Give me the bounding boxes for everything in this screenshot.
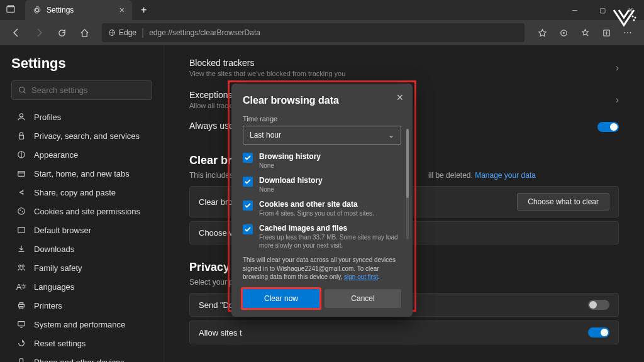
download-icon bbox=[16, 244, 26, 254]
time-range-label: Time range bbox=[243, 115, 401, 123]
sidebar-item-reset[interactable]: Reset settings bbox=[11, 334, 152, 353]
sidebar-item-family[interactable]: Family safety bbox=[11, 258, 152, 277]
checkbox-icon bbox=[243, 153, 253, 163]
sync-note: This will clear your data across all you… bbox=[243, 256, 401, 282]
search-icon bbox=[18, 86, 26, 94]
cookie-icon bbox=[16, 206, 26, 216]
appearance-icon bbox=[16, 150, 26, 160]
close-dialog-button[interactable]: ✕ bbox=[396, 92, 404, 102]
tab-overview-icon[interactable] bbox=[6, 5, 15, 16]
sidebar-item-default[interactable]: Default browser bbox=[11, 221, 152, 239]
sidebar-item-appearance[interactable]: Appearance bbox=[11, 145, 152, 164]
svg-rect-18 bbox=[19, 303, 23, 305]
svg-point-15 bbox=[19, 265, 21, 268]
address-bar[interactable]: Edge | edge://settings/clearBrowserData bbox=[102, 23, 525, 42]
forward-button[interactable] bbox=[29, 23, 49, 43]
tab-title: Settings bbox=[47, 6, 114, 14]
system-icon bbox=[16, 319, 26, 329]
browser-tab[interactable]: Settings × bbox=[25, 0, 132, 20]
close-tab-icon[interactable]: × bbox=[119, 5, 125, 15]
svg-rect-14 bbox=[18, 228, 25, 233]
allow-sites-row: Allow sites t bbox=[189, 321, 619, 344]
search-input[interactable] bbox=[31, 85, 145, 95]
sidebar-item-profiles[interactable]: Profiles bbox=[11, 107, 152, 126]
always-toggle[interactable] bbox=[597, 122, 619, 132]
svg-rect-10 bbox=[18, 172, 25, 177]
settings-title: Settings bbox=[11, 55, 152, 72]
svg-point-13 bbox=[22, 211, 23, 212]
profile-icon bbox=[16, 112, 26, 122]
download-history-checkbox[interactable]: Download historyNone bbox=[243, 176, 401, 194]
home-button[interactable] bbox=[74, 23, 94, 43]
dialog-title: Clear browsing data bbox=[243, 95, 401, 106]
sign-out-link[interactable]: sign out first bbox=[344, 273, 378, 280]
watermark-icon bbox=[610, 4, 638, 34]
svg-point-12 bbox=[19, 209, 21, 211]
sidebar-item-system[interactable]: System and performance bbox=[11, 315, 152, 334]
svg-rect-1 bbox=[8, 6, 14, 7]
svg-rect-19 bbox=[19, 307, 23, 309]
svg-point-6 bbox=[19, 87, 25, 92]
extension-icon[interactable] bbox=[553, 23, 574, 43]
svg-point-4 bbox=[563, 32, 565, 34]
tab-icon bbox=[16, 168, 26, 178]
svg-point-7 bbox=[19, 114, 23, 117]
new-tab-button[interactable]: + bbox=[137, 4, 150, 16]
sidebar-item-printers[interactable]: Printers bbox=[11, 296, 152, 315]
manage-data-link[interactable]: Manage your data bbox=[475, 171, 536, 180]
svg-point-16 bbox=[22, 265, 25, 268]
sidebar-item-phone[interactable]: Phone and other devices bbox=[11, 353, 152, 362]
sidebar-item-downloads[interactable]: Downloads bbox=[11, 239, 152, 258]
sidebar-item-share[interactable]: Share, copy and paste bbox=[11, 183, 152, 202]
chevron-right-icon: › bbox=[616, 94, 619, 106]
sidebar-item-start[interactable]: Start, home, and new tabs bbox=[11, 164, 152, 183]
browsing-history-checkbox[interactable]: Browsing historyNone bbox=[243, 152, 401, 170]
favorites-icon[interactable] bbox=[575, 23, 595, 43]
checkbox-icon bbox=[243, 224, 253, 234]
cancel-button[interactable]: Cancel bbox=[325, 289, 401, 308]
svg-rect-8 bbox=[19, 135, 24, 139]
chevron-right-icon: › bbox=[616, 62, 619, 74]
settings-sidebar: Settings Profiles Privacy, search, and s… bbox=[0, 45, 164, 362]
sidebar-item-languages[interactable]: A字Languages bbox=[11, 277, 152, 296]
svg-point-11 bbox=[18, 208, 25, 215]
gear-icon bbox=[33, 6, 42, 14]
dialog-scrollbar[interactable] bbox=[406, 129, 409, 239]
browser-icon bbox=[16, 225, 26, 235]
clear-now-button[interactable]: Clear now bbox=[241, 287, 321, 310]
back-button[interactable] bbox=[6, 23, 26, 43]
choose-clear-button[interactable]: Choose what to clear bbox=[517, 193, 609, 211]
cached-checkbox[interactable]: Cached images and filesFrees up less tha… bbox=[243, 224, 401, 250]
blocked-trackers-row[interactable]: Blocked trackers View the sites that we'… bbox=[189, 52, 619, 84]
family-icon bbox=[16, 263, 26, 273]
refresh-button[interactable] bbox=[52, 23, 72, 43]
sidebar-item-privacy[interactable]: Privacy, search, and services bbox=[11, 126, 152, 145]
favorite-icon[interactable] bbox=[532, 23, 552, 43]
chevron-down-icon: ⌄ bbox=[388, 131, 394, 140]
checkbox-icon bbox=[243, 177, 253, 187]
svg-point-26 bbox=[633, 19, 635, 21]
svg-point-24 bbox=[632, 16, 634, 18]
reset-icon bbox=[16, 338, 26, 348]
svg-rect-21 bbox=[19, 359, 23, 362]
svg-point-25 bbox=[635, 17, 636, 19]
minimize-button[interactable]: ─ bbox=[561, 0, 589, 20]
svg-rect-0 bbox=[7, 7, 14, 13]
toolbar: Edge | edge://settings/clearBrowserData … bbox=[0, 20, 644, 45]
url-text: edge://settings/clearBrowserData bbox=[149, 28, 260, 37]
sidebar-item-cookies[interactable]: Cookies and site permissions bbox=[11, 202, 152, 221]
cookies-checkbox[interactable]: Cookies and other site dataFrom 4 sites.… bbox=[243, 200, 401, 217]
share-icon bbox=[16, 187, 26, 197]
checkbox-icon bbox=[243, 200, 253, 211]
lock-icon bbox=[16, 131, 26, 141]
allow-sites-toggle[interactable] bbox=[588, 327, 609, 337]
phone-icon bbox=[16, 357, 26, 362]
dnt-toggle[interactable] bbox=[588, 300, 609, 310]
language-icon: A字 bbox=[16, 282, 26, 292]
time-range-select[interactable]: Last hour ⌄ bbox=[243, 126, 401, 145]
search-settings[interactable] bbox=[11, 80, 152, 100]
protocol-badge: Edge bbox=[108, 28, 136, 37]
clear-data-dialog: Clear browsing data ✕ Time range Last ho… bbox=[231, 84, 413, 317]
title-bar: Settings × + ─ ▢ ✕ bbox=[0, 0, 644, 20]
svg-rect-20 bbox=[18, 322, 25, 326]
